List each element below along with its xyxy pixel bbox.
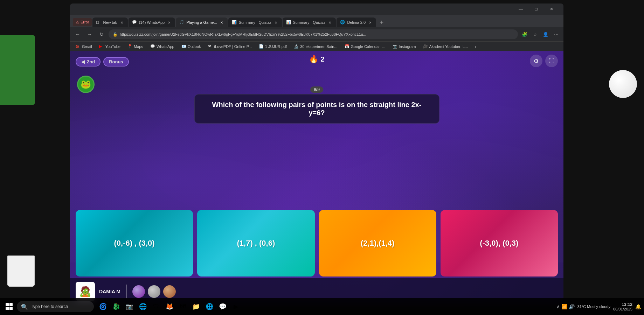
new-tab-icon: ◻ [96,20,101,25]
whatsapp-tab-icon: 💬 [132,20,137,25]
delima-tab-icon: 🌐 [340,20,345,25]
search-icon: 🔍 [21,303,28,310]
bookmark-outlook[interactable]: 📧 Outlook [179,43,204,50]
bookmark-ilovepdf[interactable]: ❤ iLovePDF | Online P... [205,43,255,50]
whatsapp-tab-close[interactable]: ✕ [167,20,172,25]
bookmark-whatsapp[interactable]: 💬 WhatsApp [147,43,177,50]
taskbar-icon-folder[interactable]: 📁 [190,300,202,313]
close-button[interactable]: ✕ [544,4,559,15]
answer-card-d[interactable]: (-3,0), (0,3) [441,210,558,276]
favorites-button[interactable]: ☆ [531,30,540,39]
volume-icon[interactable]: 🔊 [569,304,575,309]
new-tab-tab[interactable]: ◻ New tab ✕ [92,18,127,27]
bookmark-calendar[interactable]: 📅 Google Calendar -... [342,43,388,50]
taskbar-icon-globe[interactable]: 🌐 [137,300,149,313]
refresh-button[interactable]: ↻ [97,29,106,39]
profile-button[interactable]: 👤 [541,30,550,39]
taskbar-icon-edge[interactable]: 🌐 [203,300,216,313]
game-tab-icon: 🎵 [179,20,184,25]
game-tab-label: Playing a Game... [186,20,217,24]
taskbar-icon-dragon[interactable]: 🐉 [110,300,123,313]
search-bar[interactable]: 🔍 Type here to search [17,301,94,312]
taskbar-icon-chat[interactable]: 💬 [216,300,229,313]
answer-card-c[interactable]: (2,1),(1,4) [319,210,436,276]
address-bar[interactable]: 🔒 https://quizizz.com/join/game/U2FsdGVk… [109,29,518,39]
game-tab-close[interactable]: ✕ [219,20,224,25]
quizizz1-tab[interactable]: 📊 Summary - Quizizz ✕ [228,18,282,27]
badge-2nd-label: 2nd [87,59,95,64]
player-top-avatar: 🐸 [77,76,95,93]
network-icon[interactable]: 📶 [561,304,567,309]
quizizz1-tab-close[interactable]: ✕ [273,20,278,25]
taskbar-icon-shield[interactable]: 🛡 [150,300,162,313]
taskbar-icon-fox[interactable]: 🦊 [163,300,176,313]
player-orbs [132,285,176,298]
question-container: 8/9 Which of the following pairs of poin… [194,86,439,124]
taskbar-icon-swirl[interactable]: 🌀 [97,300,109,313]
whatsapp-tab[interactable]: 💬 (14) WhatsApp ✕ [129,18,175,27]
akademi-icon: 🎥 [423,44,428,49]
back-button[interactable]: ← [73,29,83,39]
address-text: https://quizizz.com/join/game/U2FsdGVkX1… [120,32,366,36]
player-avatar-icon: 🐸 [81,79,91,89]
windows-square-2 [9,303,13,306]
forward-button[interactable]: → [85,29,95,39]
bookmark-whatsapp-label: WhatsApp [157,44,174,49]
quizizz2-tab-icon: 📊 [286,20,291,25]
delima-tab-close[interactable]: ✕ [368,20,373,25]
question-number: 8/9 [310,86,323,93]
new-tab-close[interactable]: ✕ [119,20,124,25]
chevron-up-icon[interactable]: ∧ [556,304,560,309]
taskbar-icon-youtube[interactable]: ▶ [230,300,242,313]
taskbar-icon-camera[interactable]: 📷 [123,300,136,313]
taskbar-icon-map[interactable]: 🗺 [176,300,189,313]
right-bezel [563,0,644,315]
bookmark-gmail-label: Gmail [82,44,92,49]
quizizz2-tab-close[interactable]: ✕ [327,20,332,25]
bookmark-akademi-label: Akademi Youtuber: L... [429,44,468,49]
answer-card-b[interactable]: (1,7) , (0,6) [197,210,314,276]
green-bag-decoration [0,35,35,105]
notification-icon[interactable]: 🔔 [635,304,641,309]
game-tab[interactable]: 🎵 Playing a Game... ✕ [176,18,227,27]
bookmark-instagram[interactable]: 📷 Instagram [390,43,419,50]
address-bar-row: ← → ↻ 🔒 https://quizizz.com/join/game/U2… [70,27,563,41]
window-controls: — □ ✕ [513,4,559,15]
minimize-button[interactable]: — [513,4,528,15]
more-button[interactable]: ⋯ [552,30,561,39]
bookmark-more[interactable]: › [472,44,479,49]
answer-d-text: (-3,0), (0,3) [480,239,518,248]
jujur-icon: 📄 [259,44,264,49]
orb-purple [132,285,145,298]
date-display: 06/01/2025 [613,307,632,311]
error-icon: ⚠ [76,20,79,24]
weather-info: 31°C Mostly cloudy [577,304,610,309]
bookmark-youtube[interactable]: ▶ YouTube [96,43,123,50]
bookmark-jujur-label: 1 JUJUR.pdf [265,44,287,49]
time-display: 13:12 [613,302,632,307]
new-tab-button[interactable]: + [377,18,387,27]
bookmark-akademi[interactable]: 🎥 Akademi Youtuber: L... [420,43,471,50]
taskbar-icons: 🌀 🐉 📷 🌐 🛡 🦊 🗺 📁 🌐 💬 ▶ [97,300,242,313]
taskbar-system-area: ∧ 📶 🔊 31°C Mostly cloudy 13:12 06/01/202… [556,302,641,311]
player-info: DAMIA M [99,289,120,294]
delima-tab[interactable]: 🌐 Delima 2.0 ✕ [337,18,376,27]
extensions-button[interactable]: 🧩 [520,30,529,39]
answer-card-a[interactable]: (0,-6) , (3,0) [76,210,193,276]
bookmark-ilovepdf-label: iLovePDF | Online P... [214,44,252,49]
bookmark-jujur[interactable]: 📄 1 JUJUR.pdf [256,43,290,50]
question-box: Which of the following pairs of points i… [194,94,439,124]
quizizz2-tab[interactable]: 📊 Summary - Quizizz ✕ [283,18,336,27]
start-button[interactable] [3,300,15,313]
game-top-bar: ◀ 2nd Bonus [70,51,563,72]
bookmark-eksperimen[interactable]: 🔬 30 eksperimen Sain... [291,43,340,50]
bookmark-gmail[interactable]: G Gmail [73,43,95,50]
maximize-button[interactable]: □ [528,4,544,15]
outlook-icon: 📧 [181,44,186,49]
error-tab-label: Error [81,20,89,24]
bookmarks-bar: G Gmail ▶ YouTube 📍 Maps 💬 WhatsApp 📧 Ou… [70,41,563,51]
bookmark-maps[interactable]: 📍 Maps [125,43,146,50]
whatsapp-tab-label: (14) WhatsApp [139,20,165,24]
youtube-icon: ▶ [99,44,104,49]
error-tab[interactable]: ⚠ Error [73,18,92,26]
